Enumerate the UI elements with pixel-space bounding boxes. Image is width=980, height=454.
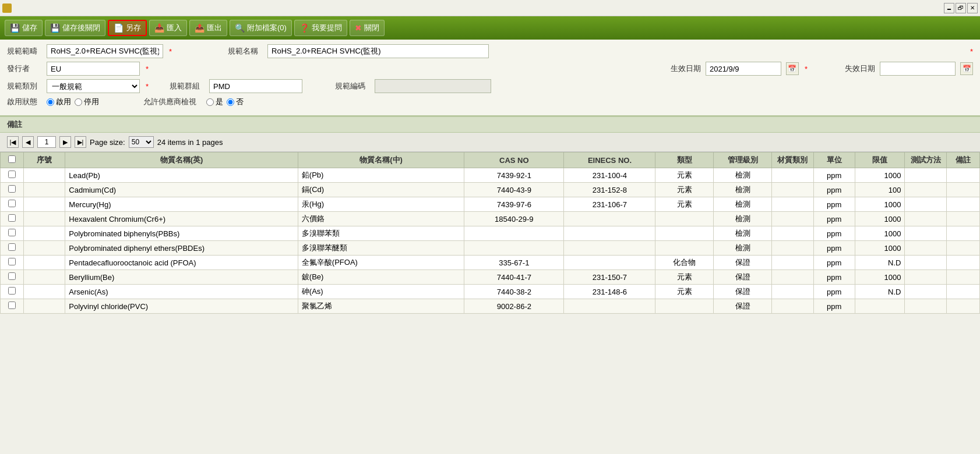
row-test	[905, 226, 946, 241]
row-limit	[855, 299, 905, 314]
effective-date-calendar-button[interactable]: 📅	[786, 62, 799, 75]
page-size-label: Page size:	[90, 138, 125, 147]
header-seq: 序號	[23, 152, 65, 168]
row-mat-cat	[772, 241, 813, 256]
row-select-checkbox[interactable]	[8, 287, 16, 295]
table-row[interactable]: Mercury(Hg) 汞(Hg) 7439-97-6 231-106-7 元素…	[1, 197, 980, 212]
row-test	[905, 197, 946, 212]
status-disabled-label[interactable]: 停用	[75, 97, 99, 107]
row-select-checkbox[interactable]	[8, 258, 16, 265]
allow-no-label[interactable]: 否	[227, 97, 244, 107]
row-checkbox[interactable]	[1, 226, 24, 241]
spec-category-input[interactable]	[47, 44, 163, 58]
row-checkbox[interactable]	[1, 241, 24, 256]
row-seq	[23, 241, 65, 256]
effective-date-input[interactable]	[706, 62, 781, 76]
expiry-date-input[interactable]	[880, 62, 956, 76]
table-row[interactable]: Polybrominated biphenyls(PBBs) 多溴聯苯類 檢測 …	[1, 226, 980, 241]
import-button[interactable]: 📥 匯入	[149, 20, 187, 36]
row-checkbox[interactable]	[1, 256, 24, 270]
status-disabled-radio[interactable]	[75, 98, 82, 106]
row-select-checkbox[interactable]	[8, 229, 16, 236]
row-cas: 7439-97-6	[464, 197, 564, 212]
row-note	[946, 299, 979, 314]
table-wrapper[interactable]: 序號 物質名稱(英) 物質名稱(中) CAS NO EINECS NO. 類型 …	[0, 152, 980, 314]
table-row[interactable]: Polybrominated diphenyl ethers(PBDEs) 多溴…	[1, 241, 980, 256]
status-enabled-label[interactable]: 啟用	[47, 97, 71, 107]
row-mgmt: 檢測	[714, 212, 772, 226]
first-page-button[interactable]: |◀	[7, 136, 19, 148]
table-row[interactable]: Hexavalent Chromium(Cr6+) 六價鉻 18540-29-9…	[1, 212, 980, 226]
app-icon	[2, 3, 12, 13]
row-note	[946, 256, 979, 270]
allow-yes-radio[interactable]	[206, 98, 214, 106]
table-row[interactable]: Polyvinyl chloride(PVC) 聚氯乙烯 9002-86-2 保…	[1, 299, 980, 314]
header-material-cat: 材質類別	[772, 152, 813, 168]
table-row[interactable]: Pentadecafluorooctanoic acid (PFOA) 全氟辛酸…	[1, 256, 980, 270]
page-size-select[interactable]: 50 100 200	[129, 136, 154, 148]
row-checkbox[interactable]	[1, 285, 24, 299]
header-note: 備註	[946, 152, 979, 168]
save-close-button[interactable]: 💾 儲存後關閉	[45, 20, 105, 36]
row-name-en: Polyvinyl chloride(PVC)	[65, 299, 298, 314]
save-close-icon: 💾	[50, 23, 60, 33]
spec-group-input[interactable]	[209, 79, 302, 93]
window-close-button[interactable]: ✕	[967, 3, 978, 13]
export-button[interactable]: 📤 匯出	[189, 20, 227, 36]
question-button[interactable]: ❓ 我要提問	[294, 20, 347, 36]
status-enabled-radio[interactable]	[47, 98, 54, 106]
close-button[interactable]: ✖ 關閉	[350, 20, 385, 36]
spec-category-label: 規範範疇	[7, 46, 42, 56]
table-row[interactable]: Beryllium(Be) 鈹(Be) 7440-41-7 231-150-7 …	[1, 270, 980, 285]
row-note	[946, 241, 979, 256]
prev-page-button[interactable]: ◀	[22, 136, 34, 148]
page-number-input[interactable]	[37, 136, 56, 148]
save-as-button[interactable]: 📄 另存	[108, 20, 147, 36]
row-select-checkbox[interactable]	[8, 171, 16, 178]
row-checkbox[interactable]	[1, 197, 24, 212]
allow-yes-label[interactable]: 是	[206, 97, 223, 107]
window-minimize-button[interactable]: 🗕	[944, 3, 954, 13]
row-select-checkbox[interactable]	[8, 302, 16, 309]
row-seq	[23, 256, 65, 270]
last-page-button[interactable]: ▶|	[75, 136, 86, 148]
spec-type-select[interactable]: 一般規範	[47, 79, 140, 93]
row-select-checkbox[interactable]	[8, 243, 16, 251]
row-name-zh: 聚氯乙烯	[298, 299, 464, 314]
row-checkbox[interactable]	[1, 270, 24, 285]
row-name-zh: 全氟辛酸(PFOA)	[298, 256, 464, 270]
expiry-date-calendar-button[interactable]: 📅	[960, 62, 973, 75]
allow-no-radio[interactable]	[227, 98, 234, 106]
issuer-label: 發行者	[7, 63, 42, 74]
table-body: Lead(Pb) 鉛(Pb) 7439-92-1 231-100-4 元素 檢測…	[1, 168, 980, 314]
issuer-input[interactable]	[47, 62, 140, 76]
spec-name-input[interactable]	[267, 44, 489, 58]
table-row[interactable]: Arsenic(As) 砷(As) 7440-38-2 231-148-6 元素…	[1, 285, 980, 299]
row-checkbox[interactable]	[1, 183, 24, 197]
status-disabled-text: 停用	[84, 97, 99, 107]
row-note	[946, 226, 979, 241]
row-checkbox[interactable]	[1, 299, 24, 314]
spec-name-label: 規範名稱	[228, 46, 263, 56]
attach-button[interactable]: 🔍 附加檔案(0)	[230, 20, 292, 36]
row-checkbox[interactable]	[1, 168, 24, 183]
table-row[interactable]: Lead(Pb) 鉛(Pb) 7439-92-1 231-100-4 元素 檢測…	[1, 168, 980, 183]
export-icon: 📤	[195, 23, 205, 33]
save-button[interactable]: 💾 儲存	[5, 20, 43, 36]
row-checkbox[interactable]	[1, 212, 24, 226]
row-select-checkbox[interactable]	[8, 272, 16, 280]
row-name-en: Polybrominated biphenyls(PBBs)	[65, 226, 298, 241]
row-note	[946, 285, 979, 299]
row-select-checkbox[interactable]	[8, 185, 16, 193]
row-einecs: 231-100-4	[564, 168, 655, 183]
next-page-button[interactable]: ▶	[59, 136, 71, 148]
header-checkbox[interactable]	[1, 152, 24, 168]
select-all-checkbox[interactable]	[8, 155, 16, 163]
table-row[interactable]: Cadmium(Cd) 鎘(Cd) 7440-43-9 231-152-8 元素…	[1, 183, 980, 197]
row-seq	[23, 212, 65, 226]
row-select-checkbox[interactable]	[8, 214, 16, 222]
row-select-checkbox[interactable]	[8, 200, 16, 207]
row-type	[655, 226, 714, 241]
allow-supplier-label: 允許供應商檢視	[143, 97, 202, 107]
window-restore-button[interactable]: 🗗	[956, 3, 966, 13]
